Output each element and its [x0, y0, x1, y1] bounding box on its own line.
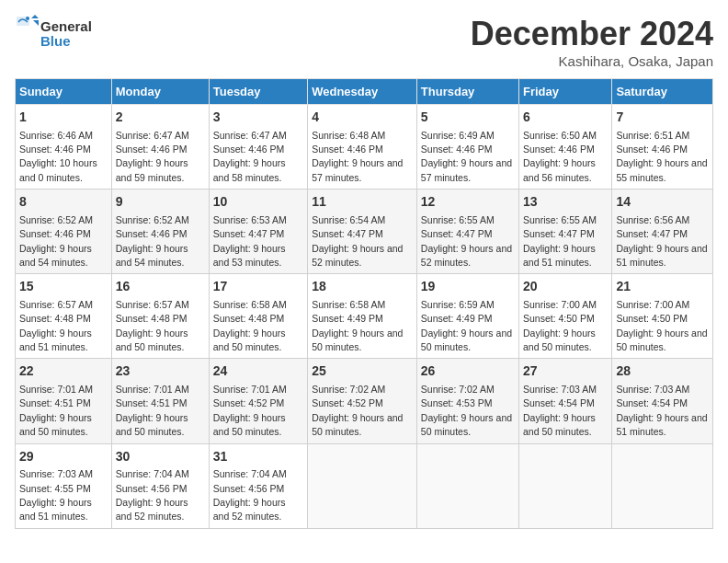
daylight-info: Daylight: 9 hours and 50 minutes.	[213, 327, 286, 352]
sunrise-info: Sunrise: 6:50 AM	[523, 130, 597, 141]
sunset-info: Sunset: 4:51 PM	[116, 397, 188, 408]
sunset-info: Sunset: 4:50 PM	[523, 313, 595, 324]
sunset-info: Sunset: 4:47 PM	[213, 228, 285, 239]
sunrise-info: Sunrise: 7:00 AM	[616, 299, 689, 310]
calendar-cell	[416, 443, 518, 528]
sunrise-info: Sunrise: 6:58 AM	[312, 299, 385, 310]
sunset-info: Sunset: 4:49 PM	[312, 313, 383, 324]
calendar-cell: 20 Sunrise: 7:00 AM Sunset: 4:50 PM Dayl…	[519, 274, 612, 359]
sunrise-info: Sunrise: 7:04 AM	[213, 468, 287, 479]
calendar-cell: 2 Sunrise: 6:47 AM Sunset: 4:46 PM Dayli…	[111, 105, 209, 190]
calendar-cell: 26 Sunrise: 7:02 AM Sunset: 4:53 PM Dayl…	[416, 359, 518, 443]
calendar-cell	[519, 443, 612, 528]
sunset-info: Sunset: 4:47 PM	[616, 228, 688, 239]
calendar-table: SundayMondayTuesdayWednesdayThursdayFrid…	[15, 78, 713, 529]
calendar-cell: 13 Sunrise: 6:55 AM Sunset: 4:47 PM Dayl…	[519, 190, 612, 274]
day-header-tuesday: Tuesday	[209, 79, 307, 105]
title-block: December 2024 Kashihara, Osaka, Japan	[471, 15, 713, 69]
sunset-info: Sunset: 4:52 PM	[312, 397, 383, 408]
daylight-info: Daylight: 9 hours and 50 minutes.	[116, 327, 188, 352]
sunset-info: Sunset: 4:56 PM	[213, 483, 285, 494]
sunset-info: Sunset: 4:54 PM	[523, 397, 595, 408]
day-header-wednesday: Wednesday	[308, 79, 417, 105]
calendar-cell: 10 Sunrise: 6:53 AM Sunset: 4:47 PM Dayl…	[209, 190, 307, 274]
day-header-saturday: Saturday	[612, 79, 713, 105]
day-number: 2	[116, 109, 205, 127]
sunset-info: Sunset: 4:46 PM	[312, 144, 383, 155]
sunset-info: Sunset: 4:47 PM	[312, 228, 383, 239]
calendar-cell: 9 Sunrise: 6:52 AM Sunset: 4:46 PM Dayli…	[111, 190, 209, 274]
day-number: 24	[213, 362, 303, 381]
day-number: 6	[523, 109, 608, 127]
day-number: 4	[312, 109, 413, 127]
sunrise-info: Sunrise: 7:03 AM	[616, 384, 689, 395]
day-number: 12	[421, 193, 515, 212]
calendar-cell: 11 Sunrise: 6:54 AM Sunset: 4:47 PM Dayl…	[308, 190, 417, 274]
day-header-sunday: Sunday	[16, 79, 112, 105]
calendar-cell: 6 Sunrise: 6:50 AM Sunset: 4:46 PM Dayli…	[519, 105, 612, 190]
daylight-info: Daylight: 9 hours and 56 minutes.	[523, 157, 596, 182]
calendar-cell: 30 Sunrise: 7:04 AM Sunset: 4:56 PM Dayl…	[111, 443, 209, 528]
daylight-info: Daylight: 9 hours and 51 minutes.	[19, 497, 92, 522]
sunrise-info: Sunrise: 7:02 AM	[312, 384, 385, 395]
calendar-cell: 25 Sunrise: 7:02 AM Sunset: 4:52 PM Dayl…	[308, 359, 417, 443]
month-title: December 2024	[471, 15, 713, 53]
day-number: 9	[116, 193, 205, 212]
calendar-cell: 1 Sunrise: 6:46 AM Sunset: 4:46 PM Dayli…	[16, 105, 112, 190]
sunrise-info: Sunrise: 7:01 AM	[19, 384, 93, 395]
sunrise-info: Sunrise: 6:54 AM	[312, 214, 385, 225]
sunrise-info: Sunrise: 6:56 AM	[616, 214, 689, 225]
sunrise-info: Sunrise: 6:51 AM	[616, 130, 689, 141]
daylight-info: Daylight: 9 hours and 50 minutes.	[213, 412, 286, 437]
calendar-cell: 3 Sunrise: 6:47 AM Sunset: 4:46 PM Dayli…	[209, 105, 307, 190]
calendar-cell: 18 Sunrise: 6:58 AM Sunset: 4:49 PM Dayl…	[308, 274, 417, 359]
sunset-info: Sunset: 4:56 PM	[116, 483, 188, 494]
sunset-info: Sunset: 4:53 PM	[421, 397, 493, 408]
day-number: 22	[19, 362, 108, 381]
sunrise-info: Sunrise: 6:52 AM	[116, 214, 189, 225]
calendar-cell	[612, 443, 713, 528]
sunrise-info: Sunrise: 6:48 AM	[312, 130, 385, 141]
calendar-cell: 17 Sunrise: 6:58 AM Sunset: 4:48 PM Dayl…	[209, 274, 307, 359]
daylight-info: Daylight: 9 hours and 57 minutes.	[421, 157, 512, 182]
day-number: 16	[116, 278, 205, 296]
day-number: 21	[616, 278, 709, 296]
calendar-cell: 15 Sunrise: 6:57 AM Sunset: 4:48 PM Dayl…	[16, 274, 112, 359]
daylight-info: Daylight: 9 hours and 53 minutes.	[213, 243, 286, 268]
generalblue-logo: General Blue	[15, 15, 97, 56]
daylight-info: Daylight: 9 hours and 52 minutes.	[421, 243, 512, 268]
day-number: 30	[116, 448, 205, 466]
daylight-info: Daylight: 9 hours and 51 minutes.	[19, 327, 92, 352]
calendar-cell: 19 Sunrise: 6:59 AM Sunset: 4:49 PM Dayl…	[416, 274, 518, 359]
sunrise-info: Sunrise: 6:46 AM	[19, 130, 93, 141]
svg-text:General: General	[40, 18, 92, 34]
sunrise-info: Sunrise: 6:57 AM	[116, 299, 189, 310]
calendar-week-row: 8 Sunrise: 6:52 AM Sunset: 4:46 PM Dayli…	[16, 190, 713, 274]
day-number: 11	[312, 193, 413, 212]
calendar-cell: 23 Sunrise: 7:01 AM Sunset: 4:51 PM Dayl…	[111, 359, 209, 443]
svg-point-5	[26, 17, 29, 20]
calendar-cell: 21 Sunrise: 7:00 AM Sunset: 4:50 PM Dayl…	[612, 274, 713, 359]
day-number: 23	[116, 362, 205, 381]
calendar-week-row: 29 Sunrise: 7:03 AM Sunset: 4:55 PM Dayl…	[16, 443, 713, 528]
daylight-info: Daylight: 9 hours and 50 minutes.	[116, 412, 188, 437]
sunrise-info: Sunrise: 6:52 AM	[19, 214, 93, 225]
sunrise-info: Sunrise: 6:58 AM	[213, 299, 287, 310]
day-number: 18	[312, 278, 413, 296]
sunset-info: Sunset: 4:48 PM	[213, 313, 285, 324]
daylight-info: Daylight: 9 hours and 59 minutes.	[116, 157, 188, 182]
day-number: 13	[523, 193, 608, 212]
daylight-info: Daylight: 9 hours and 54 minutes.	[19, 243, 92, 268]
daylight-info: Daylight: 9 hours and 51 minutes.	[523, 243, 596, 268]
day-number: 15	[19, 278, 108, 296]
day-number: 7	[616, 109, 709, 127]
calendar-cell: 8 Sunrise: 6:52 AM Sunset: 4:46 PM Dayli…	[16, 190, 112, 274]
location: Kashihara, Osaka, Japan	[471, 53, 713, 69]
svg-text:Blue: Blue	[40, 33, 71, 49]
calendar-cell	[308, 443, 417, 528]
calendar-cell: 5 Sunrise: 6:49 AM Sunset: 4:46 PM Dayli…	[416, 105, 518, 190]
daylight-info: Daylight: 9 hours and 57 minutes.	[312, 157, 403, 182]
daylight-info: Daylight: 9 hours and 52 minutes.	[213, 497, 286, 522]
logo: General Blue	[15, 15, 97, 56]
sunset-info: Sunset: 4:46 PM	[616, 144, 688, 155]
